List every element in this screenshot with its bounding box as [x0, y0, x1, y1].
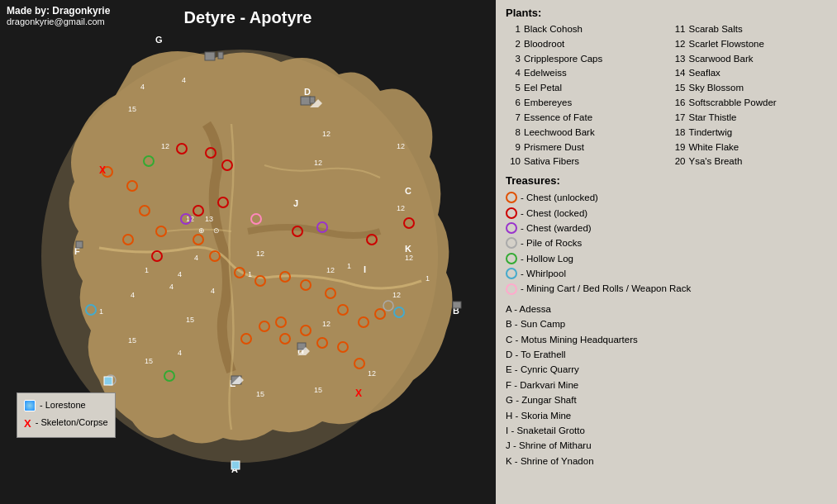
skeleton-x-icon: X	[24, 414, 31, 433]
plant-name-6: Embereyes	[524, 96, 572, 111]
treasure-warded-label: - Chest (warded)	[521, 221, 592, 235]
treasure-log-label: - Hollow Log	[521, 251, 573, 266]
svg-text:1: 1	[426, 274, 430, 283]
svg-text:1: 1	[145, 266, 149, 274]
treasure-unlocked: - Chest (unlocked)	[506, 190, 827, 205]
svg-rect-17	[76, 241, 83, 248]
loc-f: F - Darkvari Mine	[506, 378, 827, 392]
plant-num-2: 2	[506, 37, 521, 52]
legend-panel: Plants: 1 Black Cohosh 2 Bloodroot 3 Cri…	[496, 0, 837, 504]
plant-item-14: 14 Seaflax	[671, 66, 828, 81]
circle-warded-icon	[506, 222, 517, 234]
plant-num-20: 20	[671, 155, 686, 169]
plant-item-19: 19 White Flake	[671, 140, 828, 155]
svg-rect-15	[310, 97, 315, 103]
plant-item-5: 5 Eel Petal	[506, 81, 663, 96]
treasure-log: - Hollow Log	[506, 251, 827, 266]
treasures-title: Treasures:	[506, 174, 827, 187]
treasures-section: Treasures: - Chest (unlocked) - Chest (l…	[506, 174, 827, 297]
plant-item-9: 9 Prismere Dust	[506, 140, 663, 155]
circle-locked-icon	[506, 207, 517, 219]
svg-text:12: 12	[322, 320, 331, 328]
treasure-rocks-label: - Pile of Rocks	[521, 235, 582, 250]
svg-text:X: X	[99, 164, 106, 176]
plant-item-13: 13 Scarwood Bark	[671, 52, 828, 67]
svg-text:4: 4	[178, 270, 182, 278]
circle-log-icon	[506, 253, 517, 264]
svg-text:C: C	[405, 186, 411, 196]
plant-name-9: Prismere Dust	[524, 140, 584, 155]
treasure-locked: - Chest (locked)	[506, 206, 827, 221]
plant-num-3: 3	[506, 52, 521, 67]
locations-section: A - Adessa B - Sun Camp C - Motus Mining…	[506, 302, 827, 468]
loc-a: A - Adessa	[506, 302, 827, 316]
plant-name-4: Edelweiss	[524, 66, 567, 81]
plant-name-20: Ysa's Breath	[689, 155, 743, 169]
svg-text:15: 15	[145, 357, 153, 365]
svg-text:12: 12	[397, 142, 405, 150]
skeleton-label: - Skeleton/Corpse	[36, 415, 108, 431]
plant-name-15: Sky Blossom	[689, 81, 744, 96]
loc-k: K - Shrine of Ynadon	[506, 454, 827, 468]
svg-text:1: 1	[248, 270, 252, 278]
lorestone-entry: - Lorestone	[24, 397, 108, 414]
svg-text:12: 12	[368, 369, 376, 378]
svg-rect-12	[205, 52, 215, 60]
plant-num-8: 8	[506, 126, 521, 140]
plant-name-5: Eel Petal	[524, 81, 562, 96]
treasure-whirlpool: - Whirlpool	[506, 266, 827, 281]
plant-item-17: 17 Star Thistle	[671, 111, 828, 126]
plant-num-15: 15	[671, 81, 686, 96]
svg-text:G: G	[155, 35, 163, 45]
plant-item-6: 6 Embereyes	[506, 96, 663, 111]
svg-text:K: K	[405, 244, 411, 254]
svg-text:X: X	[355, 388, 362, 399]
plant-num-1: 1	[506, 22, 521, 37]
loc-e: E - Cynric Quarry	[506, 362, 827, 377]
plant-num-4: 4	[506, 66, 521, 81]
svg-rect-93	[104, 377, 112, 385]
treasure-unlocked-label: - Chest (unlocked)	[521, 190, 598, 205]
svg-text:4: 4	[131, 291, 135, 299]
plant-name-16: Softscrabble Powder	[689, 96, 777, 111]
treasure-mining: - Mining Cart / Bed Rolls / Weapon Rack	[506, 281, 827, 296]
plant-num-14: 14	[671, 66, 686, 81]
loc-g: G - Zungar Shaft	[506, 392, 827, 407]
plant-item-1: 1 Black Cohosh	[506, 22, 663, 37]
plant-num-9: 9	[506, 140, 521, 155]
plant-item-8: 8 Leechwood Bark	[506, 126, 663, 140]
plant-item-7: 7 Essence of Fate	[506, 111, 663, 126]
svg-text:12: 12	[392, 291, 401, 299]
treasure-whirlpool-label: - Whirlpool	[521, 266, 566, 281]
svg-text:15: 15	[314, 386, 322, 394]
plant-item-20: 20 Ysa's Breath	[671, 155, 828, 169]
plant-num-10: 10	[506, 155, 521, 169]
svg-rect-13	[218, 52, 223, 59]
svg-text:13: 13	[205, 215, 213, 223]
circle-mining-icon	[506, 283, 517, 295]
svg-rect-19	[453, 302, 461, 308]
treasure-mining-label: - Mining Cart / Bed Rolls / Weapon Rack	[521, 281, 691, 296]
loc-h: H - Skoria Mine	[506, 408, 827, 423]
loc-j: J - Shrine of Mitharu	[506, 438, 827, 453]
svg-text:4: 4	[140, 83, 145, 91]
svg-text:⊙: ⊙	[213, 226, 220, 235]
plants-col-right: 11 Scarab Salts 12 Scarlet Flowstone 13 …	[671, 22, 828, 169]
loc-b: B - Sun Camp	[506, 316, 827, 331]
svg-text:15: 15	[256, 390, 264, 398]
plants-grid: 1 Black Cohosh 2 Bloodroot 3 Cripplespor…	[506, 22, 827, 169]
skeleton-entry: X - Skeleton/Corpse	[24, 414, 108, 433]
plant-num-19: 19	[671, 140, 686, 155]
svg-text:12: 12	[256, 250, 264, 258]
svg-text:1: 1	[99, 307, 103, 316]
maker-email: dragonkyrie@gmail.com	[7, 17, 110, 26]
plants-title: Plants:	[506, 7, 827, 19]
svg-text:12: 12	[161, 142, 169, 150]
plant-item-12: 12 Scarlet Flowstone	[671, 37, 828, 52]
plant-name-14: Seaflax	[689, 66, 720, 81]
plant-num-12: 12	[671, 37, 686, 52]
plants-col-left: 1 Black Cohosh 2 Bloodroot 3 Cripplespor…	[506, 22, 663, 169]
plant-name-18: Tindertwig	[689, 126, 733, 140]
svg-text:4: 4	[182, 76, 186, 84]
svg-text:15: 15	[186, 316, 194, 324]
